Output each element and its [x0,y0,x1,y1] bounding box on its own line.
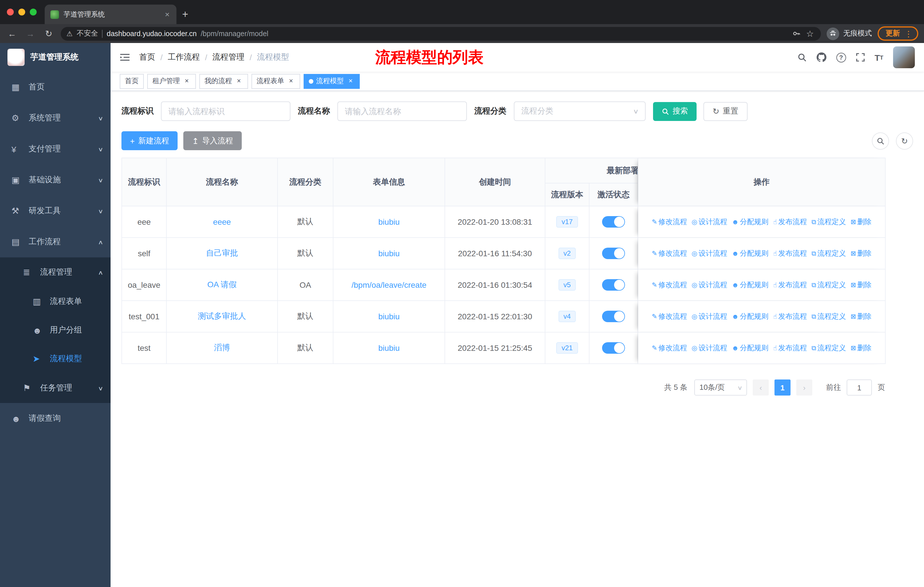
breadcrumb-item[interactable]: 流程管理 [213,52,244,63]
action-assign-link[interactable]: ☻分配规则 [732,281,769,289]
version-badge[interactable]: v2 [558,248,576,259]
security-label[interactable]: 不安全 [77,29,98,38]
version-badge[interactable]: v4 [558,311,576,322]
breadcrumb-item[interactable]: 首页 [139,52,155,63]
sidebar-item-dev-tools[interactable]: ⚒研发工具∨ [0,195,111,227]
version-badge[interactable]: v21 [556,342,578,354]
close-tab-icon[interactable]: × [163,10,172,19]
close-icon[interactable]: × [287,77,295,85]
process-name-link[interactable]: OA 请假 [207,280,237,289]
bookmark-star-icon[interactable]: ☆ [805,28,815,39]
process-key-input[interactable] [161,101,290,121]
action-edit-link[interactable]: ✎修改流程 [652,218,687,226]
action-design-link[interactable]: ◎设计流程 [692,344,727,352]
sidebar-item-workflow[interactable]: ▤工作流程∧ [0,227,111,257]
action-delete-link[interactable]: ⊠删除 [850,250,871,257]
reload-icon[interactable]: ↻ [42,28,55,39]
search-icon[interactable] [797,53,806,62]
page-size-select[interactable]: 10条/页 ∨ [694,379,747,395]
hamburger-icon[interactable] [120,52,130,63]
action-assign-link[interactable]: ☻分配规则 [732,313,769,321]
version-badge[interactable]: v5 [558,279,576,291]
action-assign-link[interactable]: ☻分配规则 [732,344,769,352]
action-edit-link[interactable]: ✎修改流程 [652,281,687,289]
new-tab-button[interactable]: + [182,8,188,21]
action-edit-link[interactable]: ✎修改流程 [652,313,687,321]
fullscreen-icon[interactable] [856,53,865,62]
search-button[interactable]: 搜索 [653,102,696,121]
sidebar-item-process-form[interactable]: ▥流程表单 [0,287,111,316]
active-toggle[interactable] [602,248,625,259]
action-design-link[interactable]: ◎设计流程 [692,250,727,257]
process-name-input[interactable] [337,101,467,121]
action-definition-link[interactable]: ⧉流程定义 [812,313,846,321]
action-design-link[interactable]: ◎设计流程 [692,218,727,226]
create-process-button[interactable]: + 新建流程 [121,131,178,150]
tag-流程表单[interactable]: 流程表单× [251,74,300,89]
user-avatar[interactable] [893,46,915,68]
active-toggle[interactable] [602,279,625,291]
process-name-link[interactable]: 测试多审批人 [198,311,246,321]
process-name-link[interactable]: 自己审批 [206,248,238,257]
active-toggle[interactable] [602,311,625,322]
action-definition-link[interactable]: ⧉流程定义 [812,250,846,257]
action-delete-link[interactable]: ⊠删除 [850,344,871,352]
tag-流程模型[interactable]: 流程模型× [304,74,360,89]
sidebar-item-leave-query[interactable]: ☻请假查询 [0,403,111,434]
form-info-link[interactable]: biubiu [378,217,400,227]
action-definition-link[interactable]: ⧉流程定义 [812,344,846,352]
github-icon[interactable] [816,52,826,63]
form-info-link[interactable]: /bpm/oa/leave/create [351,280,426,289]
prev-page-button[interactable]: ‹ [753,379,769,395]
sidebar-item-process-mgmt[interactable]: ≣流程管理∧ [0,257,111,287]
url-field[interactable]: ⚠ 不安全 dashboard.yudao.iocoder.cn/bpm/man… [61,26,821,40]
action-publish-link[interactable]: ☝发布流程 [773,281,807,289]
password-key-icon[interactable] [792,29,801,38]
goto-page-input[interactable] [846,379,872,395]
action-edit-link[interactable]: ✎修改流程 [652,250,687,257]
tag-首页[interactable]: 首页 [120,74,144,89]
browser-menu-icon[interactable]: ⋮ [904,29,912,38]
minimize-window-button[interactable] [18,8,25,15]
action-delete-link[interactable]: ⊠删除 [850,218,871,226]
process-name-link[interactable]: eeee [213,217,231,227]
zoom-window-button[interactable] [30,8,37,15]
form-info-link[interactable]: biubiu [378,312,400,321]
active-toggle[interactable] [602,216,625,228]
action-delete-link[interactable]: ⊠删除 [850,313,871,321]
sidebar-item-system-mgmt[interactable]: ⚙系统管理∨ [0,103,111,134]
action-design-link[interactable]: ◎设计流程 [692,281,727,289]
back-icon[interactable]: ← [6,29,18,38]
refresh-table-button[interactable]: ↻ [896,132,913,149]
action-design-link[interactable]: ◎设计流程 [692,313,727,321]
action-definition-link[interactable]: ⧉流程定义 [812,218,846,226]
import-process-button[interactable]: ↥ 导入流程 [183,131,241,150]
sidebar-item-task-mgmt[interactable]: ⚑任务管理∨ [0,373,111,403]
next-page-button[interactable]: › [796,379,812,395]
page-number-button[interactable]: 1 [774,379,790,395]
action-definition-link[interactable]: ⧉流程定义 [812,281,846,289]
action-assign-link[interactable]: ☻分配规则 [732,250,769,257]
tag-租户管理[interactable]: 租户管理× [147,74,196,89]
action-assign-link[interactable]: ☻分配规则 [732,218,769,226]
reset-button[interactable]: ↻ 重置 [703,102,747,121]
breadcrumb-item[interactable]: 工作流程 [168,52,200,63]
tag-我的流程[interactable]: 我的流程× [200,74,248,89]
sidebar-item-process-model[interactable]: ➤流程模型 [0,344,111,373]
version-badge[interactable]: v17 [556,216,578,228]
form-info-link[interactable]: biubiu [378,249,400,258]
action-publish-link[interactable]: ☝发布流程 [773,250,807,257]
help-icon[interactable]: ? [836,53,846,62]
action-publish-link[interactable]: ☝发布流程 [773,218,807,226]
action-publish-link[interactable]: ☝发布流程 [773,344,807,352]
close-icon[interactable]: × [183,77,191,85]
close-icon[interactable]: × [346,77,355,85]
sidebar-item-user-group[interactable]: ☻用户分组 [0,316,111,344]
category-select[interactable]: 流程分类 ∨ [514,101,645,121]
process-name-link[interactable]: 滔博 [214,343,230,352]
sidebar-item-payment-mgmt[interactable]: ¥支付管理∨ [0,134,111,165]
forward-icon[interactable]: → [24,29,37,38]
toggle-search-button[interactable] [872,132,889,149]
browser-update-button[interactable]: 更新 ⋮ [878,26,918,41]
active-toggle[interactable] [602,342,625,354]
